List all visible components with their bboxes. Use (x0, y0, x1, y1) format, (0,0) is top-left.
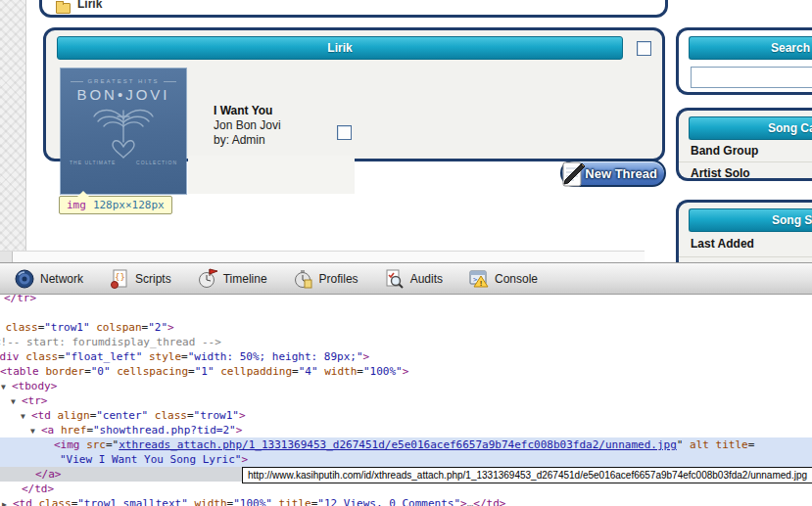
new-thread-label: New Thread (585, 166, 657, 181)
table-cell-background (188, 156, 355, 194)
tab-network-label: Network (40, 272, 83, 286)
expander-open-icon[interactable]: ▼ (1, 380, 12, 394)
code-line[interactable]: </td> (0, 482, 812, 496)
code-line[interactable]: <div class="float_left" style="width: 50… (0, 349, 812, 364)
lirik-panel-title: Lirik (327, 41, 352, 55)
expander-closed-icon[interactable]: ▶ (2, 497, 13, 506)
profiles-icon (293, 268, 314, 290)
code-line[interactable]: "View I Want You Song Lyric"> (0, 452, 812, 467)
code-line[interactable]: ▼<td align="center" class="trow1"> (0, 408, 812, 423)
select-all-checkbox[interactable] (637, 41, 651, 56)
category-item-artist-solo[interactable]: Artist Solo (679, 161, 812, 183)
expander-open-icon[interactable]: ▼ (21, 409, 31, 424)
screenshot-stage: Lirik Lirik GREATEST HITS BON•JOVI (0, 0, 812, 506)
devtools-toolbar: Network {} Scripts Timeline (0, 262, 812, 295)
tab-network[interactable]: Network (8, 266, 89, 292)
tab-timeline[interactable]: Timeline (191, 266, 273, 292)
code-line[interactable]: <table border="0" cellspacing="1" cellpa… (0, 364, 812, 379)
page-background-pattern (0, 0, 26, 262)
song-sort-panel: Song Sort Last Added Most Commented (676, 200, 812, 262)
code-line[interactable]: ▼<tbody> (0, 379, 812, 393)
console-icon: > ! (468, 268, 490, 290)
search-panel-header: Search Lirik (689, 36, 812, 60)
link-url-tooltip: http://www.kasihputih.com/id/xthreads_at… (242, 467, 812, 483)
code-line[interactable]: ▼<tr> (0, 393, 812, 408)
album-thumbnail-link[interactable]: GREATEST HITS BON•JOVI THE ULTIMATE COLL… (61, 69, 186, 194)
thread-artist: Jon Bon Jovi (214, 118, 281, 133)
expander-open-icon[interactable]: ▼ (30, 424, 41, 438)
tab-profiles[interactable]: Profiles (287, 266, 364, 292)
code-line[interactable]: <td class="trow1" colspan="2"> (0, 320, 812, 335)
album-bottom-left-text: THE ULTIMATE (70, 160, 116, 165)
category-item-band-group[interactable]: Band Group (679, 140, 812, 161)
code-line[interactable]: <img src="xthreads_attach.php/1_13313694… (0, 437, 812, 452)
album-top-text: GREATEST HITS (87, 78, 159, 84)
svg-text:!: ! (480, 278, 483, 287)
thread-title[interactable]: I Want You (214, 104, 281, 118)
code-line[interactable]: </tr> (0, 295, 812, 305)
search-input[interactable] (691, 67, 812, 88)
tab-scripts-label: Scripts (135, 272, 171, 286)
pencil-paper-icon (558, 159, 588, 190)
thread-checkbox[interactable] (337, 125, 352, 140)
browser-viewport: Lirik Lirik GREATEST HITS BON•JOVI (0, 0, 812, 262)
search-panel: Search Lirik (676, 27, 812, 95)
tab-timeline-label: Timeline (223, 272, 267, 286)
timeline-icon (197, 268, 218, 290)
code-line[interactable]: <!-- start: forumdisplay_thread --> (0, 335, 812, 349)
horizontal-scrollbar[interactable] (0, 251, 645, 262)
thread-byline: by: Admin (214, 133, 281, 148)
search-panel-title: Search Lirik (771, 41, 812, 55)
inspector-size-tooltip: img128px×128px (59, 196, 172, 214)
expander-open-icon[interactable]: ▼ (11, 394, 22, 409)
tooltip-tag-name: img (67, 199, 86, 211)
attribute-link[interactable]: xthreads_attach.php/1_1331369453_d267451… (119, 438, 677, 451)
code-line[interactable] (0, 305, 812, 320)
song-category-panel: Song Category Band Group Artist Solo (676, 108, 812, 181)
tab-audits[interactable]: Audits (378, 266, 449, 292)
scrollbar-left-button[interactable] (0, 252, 13, 262)
winged-heart-emblem (91, 103, 156, 160)
sort-item-last-added[interactable]: Last Added (679, 233, 812, 254)
thread-info: I Want You Jon Bon Jovi by: Admin (214, 104, 281, 148)
svg-text:{}: {} (115, 272, 125, 282)
tooltip-dimensions: 128px×128px (93, 199, 165, 211)
tab-console[interactable]: > ! Console (462, 266, 544, 292)
network-icon (14, 268, 35, 290)
folder-icon (56, 3, 71, 14)
audits-icon (384, 268, 406, 290)
code-line[interactable]: ▼<a href="showthread.php?tid=2"> (0, 423, 812, 437)
code-line[interactable]: ▶<td class="trow1 smalltext" width="100%… (0, 496, 812, 506)
new-thread-button[interactable]: New Thread (560, 160, 666, 187)
song-sort-title: Song Sort (772, 213, 812, 227)
breadcrumb-panel: Lirik (39, 0, 668, 18)
tab-console-label: Console (495, 272, 538, 286)
tab-profiles-label: Profiles (319, 272, 358, 286)
tab-audits-label: Audits (410, 272, 443, 286)
scripts-icon: {} (109, 268, 130, 290)
song-sort-header: Song Sort (689, 208, 812, 232)
song-category-header: Song Category (689, 116, 812, 140)
album-bottom-right-text: COLLECTION (136, 160, 177, 165)
song-category-title: Song Category (768, 121, 812, 135)
lirik-panel-header: Lirik (57, 36, 623, 60)
breadcrumb-label[interactable]: Lirik (77, 0, 102, 11)
album-band-name: BON•JOVI (61, 86, 186, 103)
tab-scripts[interactable]: {} Scripts (103, 266, 177, 292)
